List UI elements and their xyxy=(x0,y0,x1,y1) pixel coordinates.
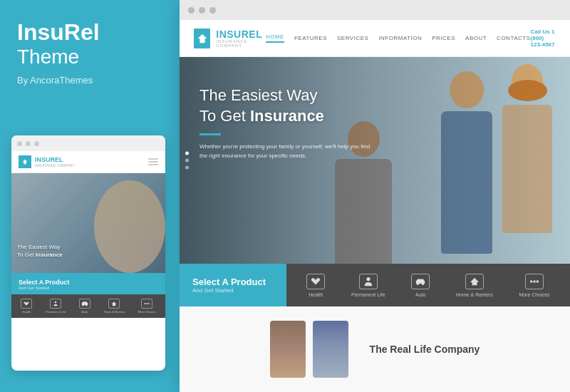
product-auto[interactable]: Auto xyxy=(411,274,430,297)
mini-product-more-label: More Choices xyxy=(138,310,156,314)
mini-product-life[interactable]: Permane nt Life xyxy=(46,299,66,314)
mini-header: INSUREL INSURANCE COMPANY xyxy=(11,151,165,173)
bottom-person-1 xyxy=(270,321,306,378)
mini-product-more[interactable]: More Choices xyxy=(138,299,156,314)
product-auto-label: Auto xyxy=(415,292,425,297)
product-life-label: Permanent Life xyxy=(351,292,385,297)
mini-dot-2 xyxy=(26,141,31,146)
hero-dot-3[interactable] xyxy=(185,166,189,170)
main-logo-text: INSUREL INSURANCE COMPANY xyxy=(216,29,266,48)
window-dot-1 xyxy=(188,7,195,14)
main-preview: INSUREL INSURANCE COMPANY HOME FEATURES … xyxy=(180,0,570,392)
mini-product-health-label: Health xyxy=(23,310,31,314)
mini-product-life-label: Permane nt Life xyxy=(46,310,66,314)
svg-point-12 xyxy=(422,282,424,284)
mini-preview: INSUREL INSURANCE COMPANY The Easiest Wa… xyxy=(11,135,165,371)
main-logo: INSUREL INSURANCE COMPANY xyxy=(194,29,266,48)
nav-about[interactable]: ABOUT xyxy=(465,35,487,41)
mini-product-auto[interactable]: Auto xyxy=(79,299,90,314)
mini-menu-button[interactable] xyxy=(148,158,158,165)
main-nav: HOME FEATURES SERVICES INFORMATION PRICE… xyxy=(266,33,531,43)
mini-logo: INSUREL INSURANCE COMPANY xyxy=(19,155,75,168)
svg-point-14 xyxy=(533,280,536,283)
hero-content: The Easiest Way To Get Insurance Whether… xyxy=(200,86,370,161)
mini-hero: The Easiest Way To Get Insurance xyxy=(11,173,165,273)
product-health-label: Health xyxy=(309,292,323,297)
svg-rect-10 xyxy=(418,279,424,281)
mini-product-auto-label: Auto xyxy=(82,310,88,314)
svg-point-11 xyxy=(417,282,419,284)
call-info: Call Us 1 (800) 123-4567 xyxy=(531,29,556,48)
mini-products-row: Health Permane nt Life Auto Home & Rente… xyxy=(11,294,165,318)
mini-select-title: Select A Product xyxy=(19,279,158,286)
brand-theme: Theme xyxy=(17,45,160,69)
by-line: By AncoraThemes xyxy=(17,75,160,86)
svg-point-7 xyxy=(148,303,150,304)
mini-product-health[interactable]: Health xyxy=(21,299,32,314)
hero-subtitle: Whether you're protecting your family or… xyxy=(200,143,370,161)
svg-point-4 xyxy=(86,304,87,306)
nav-information[interactable]: INFORMATION xyxy=(378,35,422,41)
svg-point-0 xyxy=(55,301,57,304)
mini-people-figure xyxy=(94,180,165,273)
product-more[interactable]: More Choices xyxy=(519,274,549,297)
mini-dot-3 xyxy=(34,141,39,146)
window-dot-2 xyxy=(199,7,205,14)
hero-title: The Easiest Way To Get Insurance xyxy=(200,86,370,126)
product-more-label: More Choices xyxy=(519,292,549,297)
bottom-title: The Real Life Company xyxy=(370,344,480,355)
product-more-icon xyxy=(525,274,544,289)
products-row: Health Permanent Life Auto Home & Renter… xyxy=(286,264,570,306)
select-product-title: Select A Product xyxy=(192,277,274,287)
svg-point-13 xyxy=(530,280,533,283)
main-logo-sub: INSURANCE COMPANY xyxy=(216,39,266,48)
mini-logo-sub: INSURANCE COMPANY xyxy=(35,163,75,167)
product-life-icon xyxy=(359,274,378,289)
product-life[interactable]: Permanent Life xyxy=(351,274,385,297)
product-health-icon xyxy=(306,274,325,289)
main-titlebar xyxy=(180,0,570,20)
svg-point-6 xyxy=(146,303,147,304)
svg-point-8 xyxy=(366,277,370,280)
brand-name: InsuRel xyxy=(17,20,160,45)
mini-product-auto-icon xyxy=(79,299,90,309)
mini-product-more-icon xyxy=(141,299,152,309)
main-logo-icon xyxy=(194,29,210,48)
nav-prices[interactable]: PRICES xyxy=(432,35,455,41)
bottom-person-2 xyxy=(313,321,348,378)
svg-point-15 xyxy=(537,280,539,283)
bottom-people xyxy=(270,321,348,378)
svg-rect-2 xyxy=(83,301,87,303)
hero-dots xyxy=(185,152,189,170)
mini-product-home[interactable]: Home & Renters xyxy=(104,299,125,314)
main-hero: The Easiest Way To Get Insurance Whether… xyxy=(180,57,570,264)
nav-features[interactable]: FEATURES xyxy=(294,35,327,41)
mini-dot-1 xyxy=(17,141,22,146)
mini-product-home-label: Home & Renters xyxy=(104,310,125,314)
window-dot-3 xyxy=(209,7,216,14)
select-bar-label: Select A Product And Get Started xyxy=(180,264,286,306)
product-auto-icon xyxy=(411,274,430,289)
mini-logo-icon xyxy=(19,155,31,168)
hero-dot-2[interactable] xyxy=(185,159,189,163)
mini-select-bar: Select A Product And Get Started xyxy=(11,273,165,294)
product-home-icon xyxy=(465,274,484,289)
nav-contacts[interactable]: CONTACTS xyxy=(497,35,530,41)
mini-logo-brand: INSUREL xyxy=(35,157,75,163)
select-product-sub: And Get Started xyxy=(192,287,274,294)
left-panel: InsuRel Theme By AncoraThemes INSUREL IN… xyxy=(0,0,177,392)
nav-home[interactable]: HOME xyxy=(266,33,284,43)
product-home-label: Home & Renters xyxy=(456,292,493,297)
mini-product-home-icon xyxy=(108,299,120,309)
nav-services[interactable]: SERVICES xyxy=(337,35,368,41)
main-logo-brand: INSUREL xyxy=(216,29,266,39)
mini-product-health-icon xyxy=(21,299,32,309)
product-health[interactable]: Health xyxy=(306,274,325,297)
hero-divider xyxy=(200,133,221,135)
svg-point-5 xyxy=(145,303,146,304)
mini-titlebar xyxy=(11,135,165,151)
mini-select-sub: And Get Started xyxy=(19,286,158,290)
hero-dot-1[interactable] xyxy=(185,152,189,155)
svg-point-3 xyxy=(82,304,83,306)
product-home[interactable]: Home & Renters xyxy=(456,274,493,297)
